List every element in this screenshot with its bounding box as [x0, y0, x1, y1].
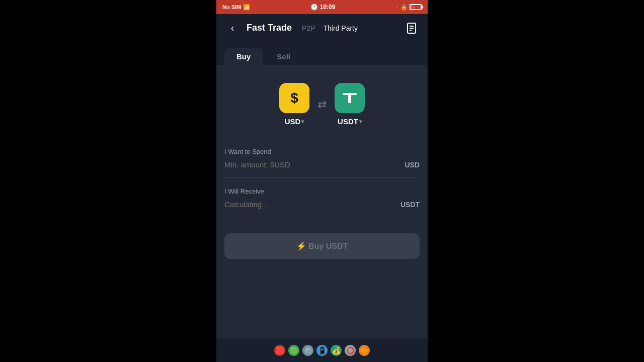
usd-icon: $	[279, 83, 309, 113]
from-chevron-icon: ▾	[301, 119, 304, 124]
status-center: 🕐 10:09	[310, 4, 336, 11]
status-bar: No SIM 📶 🕐 10:09 ● 🔒	[216, 0, 428, 14]
time-text: 10:09	[320, 4, 336, 11]
receive-currency-label: USDT	[400, 201, 420, 209]
spend-input-row: USD	[224, 160, 420, 169]
status-right: ● 🔒	[395, 4, 422, 11]
spend-label: I Want to Spend	[224, 148, 420, 155]
dock-icon-4[interactable]: 📱	[316, 345, 328, 356]
dock-icon-7[interactable]: 🔶	[359, 345, 370, 356]
dot-red: ●	[395, 5, 398, 10]
dock-icon-3[interactable]: ⚙️	[302, 345, 313, 356]
bottom-bar: 🟥 🟢 ⚙️ 📱 💰 ⭕ 🔶	[216, 338, 428, 362]
battery-icon	[410, 4, 422, 10]
carrier-text: No SIM	[222, 4, 241, 10]
receive-input[interactable]	[224, 200, 400, 209]
wifi-icon: 📶	[243, 4, 250, 11]
to-currency-selector[interactable]: USDT ▾	[335, 83, 365, 126]
header-nav: P2P Third Party	[302, 24, 358, 32]
header: ‹ Fast Trade P2P Third Party	[216, 14, 428, 42]
spend-currency-label: USD	[405, 161, 420, 169]
usdt-tether-logo	[342, 90, 358, 106]
dock-icon-5[interactable]: 💰	[331, 345, 342, 356]
tab-sell[interactable]: Sell	[265, 48, 302, 65]
receive-label: I Will Receive	[224, 188, 420, 195]
tab-buy[interactable]: Buy	[224, 48, 263, 65]
spend-input[interactable]	[224, 160, 405, 169]
to-currency-label: USDT ▾	[338, 117, 362, 126]
receive-section: I Will Receive USDT	[224, 188, 420, 217]
dock-icon-1[interactable]: 🟥	[274, 345, 285, 356]
currency-selector: $ USD ▾ ⇄ USDT ▾	[224, 75, 420, 134]
usdt-icon	[335, 83, 365, 113]
to-chevron-icon: ▾	[359, 119, 362, 124]
buy-usdt-button[interactable]: ⚡ Buy USDT	[224, 233, 420, 259]
svg-rect-5	[348, 95, 351, 103]
back-button[interactable]: ‹	[224, 20, 240, 36]
nav-third-party[interactable]: Third Party	[324, 24, 358, 32]
clock-icon: 🕐	[310, 4, 318, 11]
lock-icon: 🔒	[400, 4, 408, 11]
dock-icon-6[interactable]: ⭕	[345, 345, 356, 356]
spend-section: I Want to Spend USD	[224, 148, 420, 177]
receive-input-row: USDT	[224, 200, 420, 209]
from-currency-selector[interactable]: $ USD ▾	[279, 83, 309, 126]
page-title: Fast Trade	[247, 23, 292, 33]
status-left: No SIM 📶	[222, 4, 250, 11]
tabs-container: Buy Sell	[216, 42, 428, 65]
nav-p2p[interactable]: P2P	[302, 24, 315, 32]
receipt-icon	[406, 22, 418, 34]
from-currency-label: USD ▾	[285, 117, 304, 126]
svg-rect-4	[343, 93, 357, 95]
swap-button[interactable]: ⇄	[317, 98, 327, 111]
buy-button-label: ⚡ Buy USDT	[296, 241, 348, 251]
dock-icon-2[interactable]: 🟢	[288, 345, 299, 356]
main-content: $ USD ▾ ⇄ USDT ▾	[216, 65, 428, 338]
receipt-button[interactable]	[404, 20, 420, 36]
back-arrow-icon: ‹	[231, 22, 234, 34]
